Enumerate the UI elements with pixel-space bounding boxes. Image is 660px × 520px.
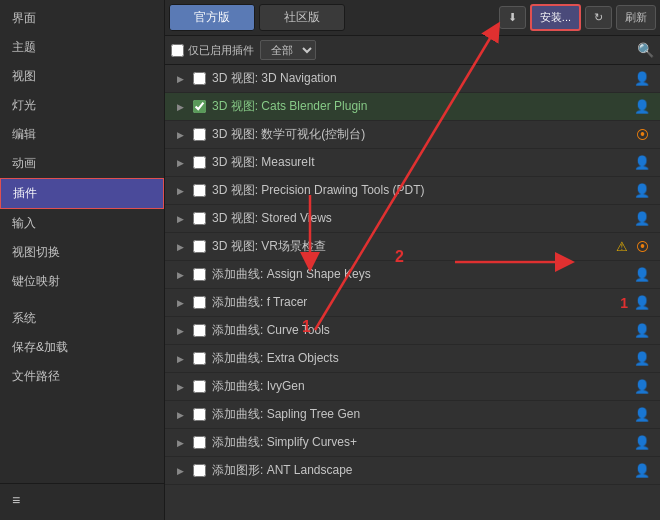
plugin-checkbox[interactable] — [193, 464, 206, 477]
plugin-row[interactable]: ▶添加图形: ANT Landscape👤 — [165, 457, 660, 485]
plugin-checkbox[interactable] — [193, 100, 206, 113]
category-dropdown[interactable]: 全部 — [260, 40, 316, 60]
expand-button[interactable]: ▶ — [173, 72, 187, 86]
plugin-checkbox[interactable] — [193, 184, 206, 197]
plugin-checkbox[interactable] — [193, 324, 206, 337]
plugin-row[interactable]: ▶3D 视图: VR场景检查⚠⦿ — [165, 233, 660, 261]
expand-button[interactable]: ▶ — [173, 156, 187, 170]
expand-button[interactable]: ▶ — [173, 268, 187, 282]
sidebar-item-theme[interactable]: 主题 — [0, 33, 164, 62]
download-icon: ⬇ — [508, 11, 517, 24]
hamburger-icon[interactable]: ≡ — [12, 492, 20, 508]
expand-button[interactable]: ▶ — [173, 240, 187, 254]
plugin-row[interactable]: ▶添加曲线: Sapling Tree Gen👤 — [165, 401, 660, 429]
plugin-name: 添加曲线: Assign Shape Keys — [212, 266, 632, 283]
enabled-only-checkbox[interactable] — [171, 44, 184, 57]
expand-button[interactable]: ▶ — [173, 352, 187, 366]
user-icon: 👤 — [632, 295, 652, 310]
plugin-checkbox[interactable] — [193, 128, 206, 141]
expand-button[interactable]: ▶ — [173, 324, 187, 338]
expand-button[interactable]: ▶ — [173, 184, 187, 198]
plugin-row[interactable]: ▶3D 视图: Stored Views👤 — [165, 205, 660, 233]
expand-button[interactable]: ▶ — [173, 100, 187, 114]
plugin-checkbox[interactable] — [193, 156, 206, 169]
sidebar-item-light[interactable]: 灯光 — [0, 91, 164, 120]
refresh-icon-button[interactable]: ↻ — [585, 6, 612, 29]
sidebar: 界面 主题 视图 灯光 编辑 动画 插件 输入 视图切换 键位映射 系统 保存&… — [0, 0, 165, 520]
user-icon: 👤 — [632, 435, 652, 450]
plugin-row[interactable]: ▶添加曲线: f Tracer1👤 — [165, 289, 660, 317]
user-icon: 👤 — [632, 183, 652, 198]
user-icon: 👤 — [632, 99, 652, 114]
plugin-checkbox[interactable] — [193, 296, 206, 309]
enabled-only-filter[interactable]: 仅已启用插件 — [171, 43, 254, 58]
plugin-row[interactable]: ▶3D 视图: 数学可视化(控制台)⦿ — [165, 121, 660, 149]
user-icon: 👤 — [632, 379, 652, 394]
sidebar-item-system[interactable]: 系统 — [0, 304, 164, 333]
plugin-name: 3D 视图: 数学可视化(控制台) — [212, 126, 632, 143]
user-icon: 👤 — [632, 323, 652, 338]
annotation-badge: 1 — [620, 295, 628, 311]
user-icon: 👤 — [632, 463, 652, 478]
blender-icon: ⦿ — [632, 127, 652, 142]
plugin-row[interactable]: ▶添加曲线: IvyGen👤 — [165, 373, 660, 401]
plugin-name: 3D 视图: 3D Navigation — [212, 70, 632, 87]
filter-bar: 仅已启用插件 全部 🔍 — [165, 36, 660, 65]
download-icon-button[interactable]: ⬇ — [499, 6, 526, 29]
sidebar-item-edit[interactable]: 编辑 — [0, 120, 164, 149]
plugin-checkbox[interactable] — [193, 408, 206, 421]
plugin-name: 添加曲线: Simplify Curves+ — [212, 434, 632, 451]
plugin-name: 添加曲线: Extra Objects — [212, 350, 632, 367]
expand-button[interactable]: ▶ — [173, 296, 187, 310]
expand-button[interactable]: ▶ — [173, 436, 187, 450]
sidebar-item-view[interactable]: 视图 — [0, 62, 164, 91]
tab-community[interactable]: 社区版 — [259, 4, 345, 31]
warning-icon: ⚠ — [612, 239, 632, 254]
plugin-name: 3D 视图: MeasureIt — [212, 154, 632, 171]
search-button[interactable]: 🔍 — [637, 42, 654, 58]
sidebar-item-keymap[interactable]: 键位映射 — [0, 267, 164, 296]
expand-button[interactable]: ▶ — [173, 380, 187, 394]
sidebar-item-plugins[interactable]: 插件 — [0, 178, 164, 209]
expand-button[interactable]: ▶ — [173, 212, 187, 226]
plugin-list: ▶3D 视图: 3D Navigation👤▶3D 视图: Cats Blend… — [165, 65, 660, 520]
sidebar-item-animation[interactable]: 动画 — [0, 149, 164, 178]
plugin-checkbox[interactable] — [193, 240, 206, 253]
plugin-row[interactable]: ▶3D 视图: Cats Blender Plugin👤 — [165, 93, 660, 121]
sidebar-item-filepath[interactable]: 文件路径 — [0, 362, 164, 391]
plugin-row[interactable]: ▶添加曲线: Simplify Curves+👤 — [165, 429, 660, 457]
user-icon: 👤 — [632, 71, 652, 86]
tab-official[interactable]: 官方版 — [169, 4, 255, 31]
plugin-checkbox[interactable] — [193, 436, 206, 449]
plugin-row[interactable]: ▶添加曲线: Extra Objects👤 — [165, 345, 660, 373]
plugin-row[interactable]: ▶3D 视图: Precision Drawing Tools (PDT)👤 — [165, 177, 660, 205]
plugin-checkbox[interactable] — [193, 72, 206, 85]
expand-button[interactable]: ▶ — [173, 128, 187, 142]
tab-bar: 官方版 社区版 ⬇ 安装... ↻ 刷新 — [165, 0, 660, 36]
plugin-name: 3D 视图: Precision Drawing Tools (PDT) — [212, 182, 632, 199]
expand-button[interactable]: ▶ — [173, 408, 187, 422]
plugin-checkbox[interactable] — [193, 352, 206, 365]
plugin-name: 添加曲线: f Tracer — [212, 294, 620, 311]
refresh-icon: ↻ — [594, 11, 603, 24]
plugin-name: 3D 视图: Cats Blender Plugin — [212, 98, 632, 115]
plugin-row[interactable]: ▶添加曲线: Assign Shape Keys👤 — [165, 261, 660, 289]
sidebar-item-viewswitch[interactable]: 视图切换 — [0, 238, 164, 267]
plugin-row[interactable]: ▶3D 视图: MeasureIt👤 — [165, 149, 660, 177]
sidebar-item-interface[interactable]: 界面 — [0, 4, 164, 33]
plugin-checkbox[interactable] — [193, 212, 206, 225]
plugin-name: 添加曲线: IvyGen — [212, 378, 632, 395]
plugin-row[interactable]: ▶3D 视图: 3D Navigation👤 — [165, 65, 660, 93]
user-icon: 👤 — [632, 155, 652, 170]
plugin-checkbox[interactable] — [193, 380, 206, 393]
plugin-row[interactable]: ▶添加曲线: Curve Tools👤 — [165, 317, 660, 345]
install-button[interactable]: 安装... — [530, 4, 581, 31]
plugin-name: 3D 视图: Stored Views — [212, 210, 632, 227]
plugin-name: 添加曲线: Sapling Tree Gen — [212, 406, 632, 423]
refresh-button[interactable]: 刷新 — [616, 5, 656, 30]
expand-button[interactable]: ▶ — [173, 464, 187, 478]
plugin-checkbox[interactable] — [193, 268, 206, 281]
sidebar-item-save[interactable]: 保存&加载 — [0, 333, 164, 362]
sidebar-item-input[interactable]: 输入 — [0, 209, 164, 238]
user-icon: 👤 — [632, 351, 652, 366]
